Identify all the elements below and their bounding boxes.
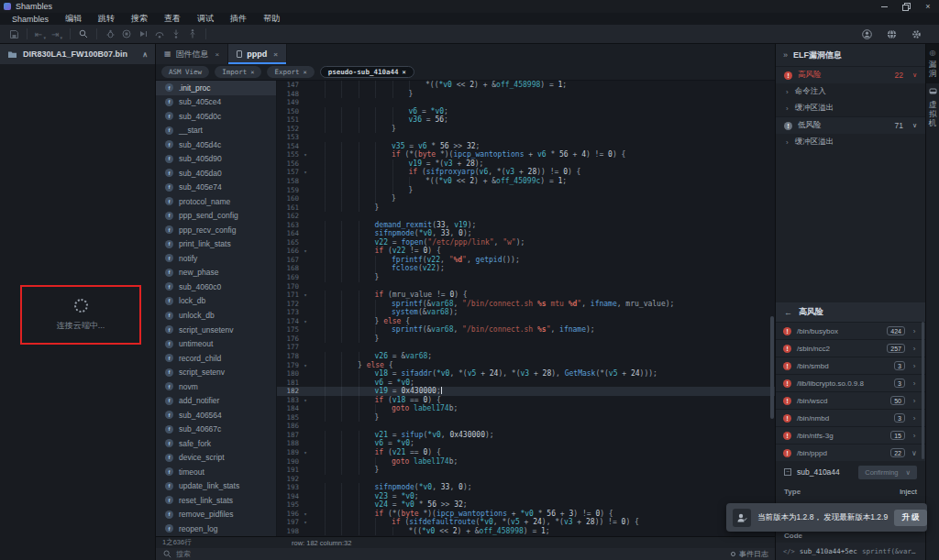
- nav-forward-button[interactable]: ⇥▾: [49, 27, 65, 42]
- search-input[interactable]: [176, 550, 359, 558]
- function-list-item[interactable]: fprint_link_stats: [156, 237, 276, 252]
- menu-item-jump[interactable]: 跳转: [90, 13, 123, 25]
- vuln-group-high[interactable]: !高风险22∨: [776, 66, 925, 83]
- function-list-item[interactable]: fsub_40667c: [156, 422, 276, 436]
- save-button[interactable]: [6, 27, 22, 42]
- code-line[interactable]: 186: [277, 422, 775, 431]
- function-list-item[interactable]: ftimeout: [156, 465, 276, 479]
- code-line[interactable]: 176}: [277, 335, 775, 344]
- function-list-item[interactable]: fnotify: [156, 251, 276, 266]
- code-line[interactable]: 160}: [277, 194, 775, 203]
- upgrade-button[interactable]: 升 级: [894, 510, 926, 526]
- tab-firmware-info[interactable]: ▦固件信息×: [156, 44, 228, 64]
- menu-item-debug[interactable]: 调试: [189, 13, 222, 25]
- code-line[interactable]: 184goto label174b;: [277, 404, 775, 413]
- view-pill-pseudo-sub-410a44[interactable]: pseudo-sub_410a44×: [320, 66, 414, 78]
- code-line[interactable]: 188v6 = *v0;: [277, 439, 775, 448]
- function-list-item[interactable]: fremove_pidfiles: [156, 507, 276, 522]
- function-list-item[interactable]: fsub_405d4c: [156, 137, 276, 152]
- vuln-category[interactable]: ›缓冲区溢出: [776, 134, 925, 150]
- function-list-item[interactable]: freset_link_stats: [156, 493, 276, 508]
- step-out-icon[interactable]: [184, 27, 201, 42]
- code-line[interactable]: 163demand_rexmit(33, v19);: [277, 221, 775, 230]
- chevron-up-icon[interactable]: ∧: [142, 50, 148, 59]
- code-line[interactable]: 196▾if (*(byte *)(ipcp_wantoptions + *v0…: [277, 510, 775, 519]
- risk-file-item[interactable]: !/bin/nmbd3›: [776, 409, 925, 426]
- code-line[interactable]: 149: [277, 98, 775, 107]
- stop-debug-icon[interactable]: [118, 27, 135, 42]
- function-list-item[interactable]: fsub_405da0: [156, 166, 276, 181]
- fold-icon[interactable]: ▾: [299, 510, 312, 519]
- code-line[interactable]: 162: [277, 212, 775, 221]
- function-list-item[interactable]: fadd_notifier: [156, 393, 276, 408]
- menu-item-edit[interactable]: 编辑: [57, 13, 90, 25]
- code-line[interactable]: 164sifnpmode(*v0, 33, 0);: [277, 229, 775, 238]
- function-list-item[interactable]: fsafe_fork: [156, 436, 276, 451]
- fold-icon[interactable]: ▾: [299, 361, 312, 370]
- code-line[interactable]: 172sprintf(&var68, "/bin/connect.sh %s m…: [277, 300, 775, 309]
- code-line[interactable]: 180v18 = sifaddr(*v0, *(v5 + 24), *(v3 +…: [277, 369, 775, 379]
- function-list-item[interactable]: funtimeout: [156, 336, 276, 351]
- menu-item-search[interactable]: 搜索: [123, 13, 156, 25]
- restore-button[interactable]: [895, 0, 917, 13]
- code-line[interactable]: 179▾} else {: [277, 361, 775, 370]
- fold-icon[interactable]: ▾: [299, 291, 312, 300]
- nav-back-button[interactable]: ⇤▾: [32, 27, 49, 42]
- fold-icon[interactable]: ▾: [299, 448, 312, 457]
- back-arrow-icon[interactable]: ←: [784, 308, 792, 317]
- collapse-minus-icon[interactable]: −: [784, 468, 791, 476]
- code-line[interactable]: 156v19 = *(v3 + 28);: [277, 159, 775, 169]
- code-line[interactable]: 166▾if (v22 != 0) {: [277, 247, 775, 256]
- code-ref-item[interactable]: </> sub_410a44+5ec sprintf(&var68, "/bin…: [776, 543, 925, 560]
- function-list-item[interactable]: flock_db: [156, 294, 276, 309]
- function-list-item[interactable]: fsub_405e74: [156, 181, 276, 195]
- function-list-item[interactable]: fppp_recv_config: [156, 223, 276, 237]
- code-line[interactable]: 194v23 = *v0;: [277, 492, 775, 501]
- vuln-group-low[interactable]: !低风险71∨: [776, 116, 925, 134]
- code-line[interactable]: 148}: [277, 90, 775, 99]
- code-line[interactable]: 193sifnpmode(*v0, 33, 0);: [277, 483, 775, 492]
- confirming-dropdown[interactable]: Confirming ∨: [858, 466, 917, 479]
- close-pill-icon[interactable]: ×: [304, 69, 307, 76]
- code-line[interactable]: 191}: [277, 466, 775, 475]
- function-list-item[interactable]: fsub_405d90: [156, 152, 276, 167]
- settings-gear-icon[interactable]: [908, 27, 924, 42]
- risk-file-item[interactable]: !/bin/ntfs-3g15›: [776, 426, 925, 444]
- menu-item-plugins[interactable]: 插件: [222, 13, 255, 25]
- code-line[interactable]: 187v21 = sifup(*v0, 0x430000);: [277, 431, 775, 440]
- function-list-item[interactable]: freopen_log: [156, 522, 276, 536]
- debug-bug-icon[interactable]: [102, 27, 118, 42]
- function-list-item[interactable]: fupdate_link_stats: [156, 478, 276, 493]
- view-pill-import[interactable]: Import×: [215, 66, 261, 78]
- risk-file-item[interactable]: !/bin/smbd3›: [776, 357, 925, 374]
- code-line[interactable]: 190goto label174b;: [277, 457, 775, 467]
- function-list-item[interactable]: fsub_4060c0: [156, 280, 276, 294]
- code-line[interactable]: 154v35 = v6 * 56 >> 32;: [277, 142, 775, 151]
- vuln-category[interactable]: ›缓冲区溢出: [776, 100, 925, 116]
- vuln-category[interactable]: ›命令注入: [776, 83, 925, 100]
- event-log-button[interactable]: 事件日志: [724, 548, 775, 560]
- code-line[interactable]: 151v36 = 56;: [277, 115, 775, 125]
- fold-icon[interactable]: ▾: [299, 247, 312, 256]
- risk-file-item[interactable]: !/bin/wscd50›: [776, 391, 925, 409]
- risk-file-item[interactable]: !/bin/pppd22∨: [776, 444, 925, 461]
- code-line[interactable]: 198*((*v0 << 2) + &off_458998) = 1;: [277, 527, 775, 536]
- side-tab-vuln[interactable]: ◎漏洞: [926, 44, 939, 83]
- code-line[interactable]: 197▾if (sifdefaultroute(*v0, *(v5 + 24),…: [277, 518, 775, 527]
- code-line[interactable]: 178v26 = &var68;: [277, 352, 775, 361]
- firmware-file-item[interactable]: DIR830LA1_FW100B07.bin ∧: [0, 44, 155, 64]
- step-into-icon[interactable]: [168, 27, 184, 42]
- function-list-item[interactable]: frecord_child: [156, 351, 276, 366]
- code-line[interactable]: 174▾} else {: [277, 317, 775, 326]
- code-line[interactable]: 195v24 = *v0 * 56 >> 32;: [277, 500, 775, 510]
- menu-item-shambles[interactable]: Shambles: [4, 13, 57, 25]
- code-line[interactable]: 189▾if (v21 == 0) {: [277, 448, 775, 457]
- function-list-item[interactable]: fprotocol_name: [156, 194, 276, 209]
- code-line[interactable]: 177: [277, 343, 775, 352]
- fold-icon[interactable]: ▾: [299, 150, 312, 159]
- code-line[interactable]: 169}: [277, 273, 775, 282]
- side-tab-vm[interactable]: 虚拟机: [926, 83, 939, 133]
- continue-icon[interactable]: [135, 27, 151, 42]
- code-line[interactable]: 157▾if (sifproxyarp(v6, *(v3 + 28)) != 0…: [277, 168, 775, 177]
- risk-file-item[interactable]: !/sbin/ncc2257›: [776, 339, 925, 357]
